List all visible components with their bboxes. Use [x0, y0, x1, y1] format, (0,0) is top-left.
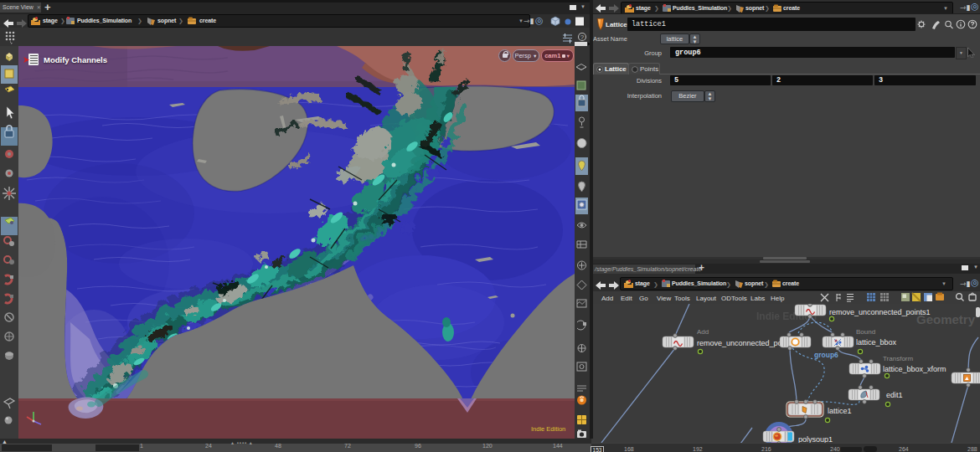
svg-text:?: ? [580, 33, 585, 41]
svg-text:lattice_bbox: lattice_bbox [856, 338, 897, 347]
svg-text:Transform: Transform [883, 355, 913, 362]
svg-text:remove_unconnected_points1: remove_unconnected_points1 [829, 308, 931, 316]
svg-text:Add: Add [697, 328, 709, 336]
svg-text:edit1: edit1 [886, 391, 903, 399]
svg-text:remove_unconnected_points: remove_unconnected_points [697, 339, 794, 347]
svg-text:group6: group6 [814, 351, 838, 359]
svg-text:Bound: Bound [856, 328, 875, 336]
svg-text:lattice_bbox_xform: lattice_bbox_xform [883, 365, 946, 373]
svg-text:lattice1: lattice1 [828, 407, 852, 415]
